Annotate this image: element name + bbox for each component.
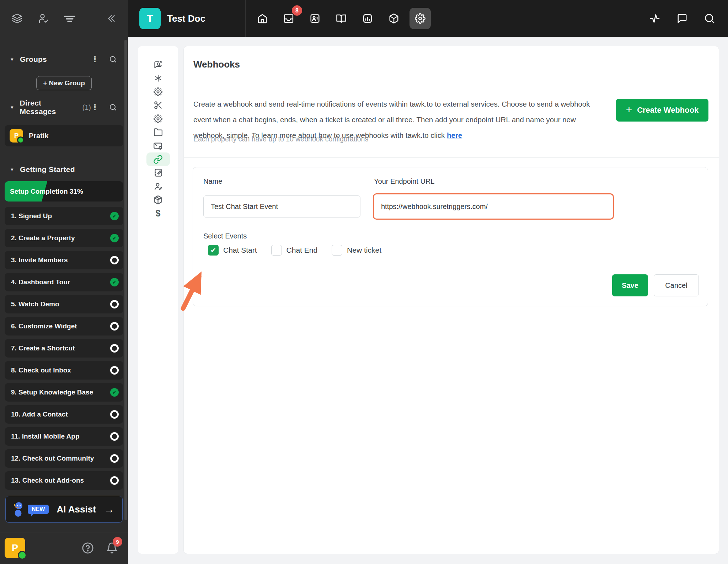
chat-bubble-icon[interactable]	[677, 13, 687, 24]
user-avatar[interactable]: P	[5, 538, 25, 558]
contacts-icon[interactable]	[304, 8, 326, 29]
checklist-item[interactable]: 9. Setup Knowledge Base✔	[5, 383, 123, 402]
pending-circle-icon	[110, 454, 119, 463]
online-status-dot	[17, 136, 24, 144]
checklist-item[interactable]: 2. Create a Property✔	[5, 229, 123, 247]
pending-circle-icon	[110, 366, 119, 375]
reports-icon[interactable]	[357, 8, 378, 29]
checklist-item[interactable]: 6. Customize Widget	[5, 317, 123, 335]
arrow-right-icon: →	[104, 504, 114, 515]
chat-search-icon[interactable]	[146, 58, 170, 71]
direct-messages-header: ▾ Direct Messages (1) ⋮	[0, 98, 128, 117]
home-icon[interactable]	[252, 8, 273, 29]
topbar-right-icons	[649, 13, 728, 24]
help-icon[interactable]	[82, 542, 94, 554]
pending-circle-icon	[110, 476, 119, 485]
activity-pulse-icon[interactable]	[649, 13, 660, 24]
gear-widget-icon[interactable]	[146, 112, 170, 125]
notification-count-badge: 9	[113, 537, 122, 547]
search-icon[interactable]	[704, 13, 715, 24]
dm-user-row[interactable]: P Pratik	[5, 125, 123, 146]
endpoint-url-input[interactable]	[373, 193, 614, 220]
event-chat-start[interactable]: ✔ Chat Start	[208, 245, 257, 256]
checklist-item[interactable]: 4. Dashboard Tour✔	[5, 273, 123, 291]
create-webhook-button[interactable]: + Create Webhook	[616, 99, 708, 122]
notifications-bell-icon[interactable]: 9	[106, 542, 118, 554]
save-button[interactable]: Save	[612, 274, 648, 296]
gear-icon[interactable]	[146, 85, 170, 98]
check-icon: ✔	[110, 388, 119, 397]
checkbox-checked-icon[interactable]: ✔	[208, 245, 219, 256]
checkbox-unchecked-icon[interactable]	[332, 245, 342, 256]
select-events-label: Select Events	[203, 232, 247, 240]
checklist-item[interactable]: 1. Signed Up✔	[5, 207, 123, 225]
check-icon: ✔	[110, 212, 119, 220]
checklist-item[interactable]: 11. Install Mobile App	[5, 427, 123, 446]
caret-down-icon[interactable]: ▾	[11, 104, 20, 111]
dm-search-icon[interactable]	[109, 103, 117, 112]
sidebar-scrollbar[interactable]	[124, 40, 127, 520]
divider	[0, 532, 128, 532]
groups-menu-icon[interactable]: ⋮	[91, 55, 99, 63]
checklist-item[interactable]: 12. Check out Community	[5, 449, 123, 468]
getting-started-header: ▾ Getting Started	[0, 160, 128, 179]
new-group-button[interactable]: + New Group	[36, 76, 92, 90]
inbox-icon[interactable]: 8	[278, 8, 299, 29]
groups-label: Groups	[20, 55, 47, 64]
caret-down-icon[interactable]: ▾	[11, 56, 20, 63]
checklist-item[interactable]: 3. Invite Members	[5, 251, 123, 269]
webhooks-panel: Webhooks Create a webhook and send real-…	[184, 46, 719, 554]
groups-header: ▾ Groups ⋮	[0, 50, 128, 69]
check-icon: ✔	[110, 234, 119, 242]
checklist-item[interactable]: 7. Create a Shortcut	[5, 339, 123, 358]
name-input[interactable]	[203, 195, 360, 217]
pending-circle-icon	[110, 322, 119, 331]
dm-menu-icon[interactable]: ⋮	[91, 103, 99, 111]
dm-user-name: Pratik	[29, 132, 49, 140]
checklist-item[interactable]: 10. Add a Contact	[5, 405, 123, 424]
name-label: Name	[203, 177, 222, 186]
checklist-item[interactable]: 5. Watch Demo	[5, 295, 123, 313]
event-chat-end[interactable]: Chat End	[271, 245, 318, 256]
groups-search-icon[interactable]	[109, 55, 117, 64]
topbar-nav: 8	[246, 8, 431, 29]
ai-assist-label: AI Assist	[49, 504, 104, 515]
asterisk-icon[interactable]	[146, 71, 170, 85]
property-selector[interactable]: T Test Doc	[128, 8, 245, 29]
knowledge-base-icon[interactable]	[331, 8, 352, 29]
checklist-item[interactable]: 13. Check out Add-ons	[5, 471, 123, 490]
layers-icon[interactable]	[9, 11, 25, 26]
checkbox-unchecked-icon[interactable]	[271, 245, 282, 256]
collapse-sidebar-icon[interactable]	[103, 11, 119, 26]
here-link[interactable]: here	[447, 131, 462, 139]
settings-icon[interactable]	[410, 8, 431, 29]
scissors-shortcuts-icon[interactable]	[146, 98, 170, 112]
new-badge: NEW	[28, 505, 49, 514]
sidebar-top-icons	[0, 0, 128, 37]
setup-progress-bar[interactable]: Setup Completion 31%	[5, 181, 123, 202]
pending-circle-icon	[110, 256, 119, 264]
folder-icon[interactable]	[146, 125, 170, 139]
checklist-item[interactable]: 8. Check out Inbox	[5, 361, 123, 380]
main-content: $ Webhooks Create a webhook and send rea…	[128, 37, 728, 564]
getting-started-checklist: 1. Signed Up✔ 2. Create a Property✔ 3. I…	[5, 207, 123, 490]
billing-dollar-icon[interactable]: $	[146, 206, 170, 220]
settings-nav-rail: $	[138, 46, 178, 554]
check-icon: ✔	[110, 278, 119, 286]
add-ons-box-icon[interactable]	[383, 8, 405, 29]
direct-messages-label: Direct Messages	[20, 99, 79, 116]
agent-check-icon[interactable]	[36, 11, 51, 26]
filter-icon[interactable]	[62, 11, 77, 26]
cancel-button[interactable]: Cancel	[654, 274, 699, 296]
caret-down-icon[interactable]: ▾	[11, 166, 20, 173]
notebook-tools-icon[interactable]	[146, 166, 170, 179]
webhooks-link-icon[interactable]	[146, 152, 170, 166]
package-box-icon[interactable]	[146, 193, 170, 206]
mail-bell-icon[interactable]	[146, 139, 170, 152]
pending-circle-icon	[110, 410, 119, 419]
agent-edit-icon[interactable]	[146, 179, 170, 193]
ai-assist-card[interactable]: NEW AI Assist →	[5, 496, 123, 523]
getting-started-label: Getting Started	[20, 165, 75, 174]
pending-circle-icon	[110, 432, 119, 441]
event-new-ticket[interactable]: New ticket	[332, 245, 381, 256]
